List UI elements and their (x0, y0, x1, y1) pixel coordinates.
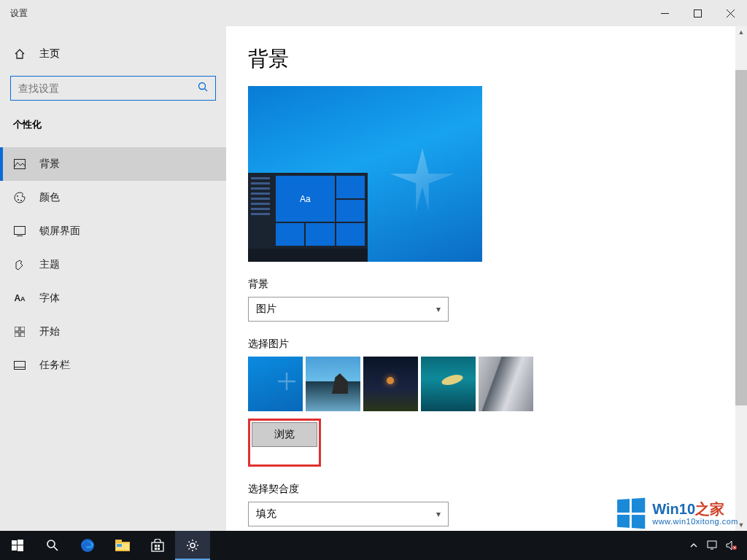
background-type-dropdown[interactable]: 图片 ▾ (248, 297, 449, 322)
choose-picture-label: 选择图片 (248, 338, 718, 351)
preview-start-menu: Aa (248, 173, 368, 249)
picture-thumbnails (248, 357, 718, 411)
svg-point-4 (199, 83, 206, 90)
svg-rect-33 (158, 548, 160, 550)
svg-point-34 (190, 543, 195, 548)
start-icon (13, 327, 26, 337)
svg-point-8 (18, 199, 19, 201)
svg-line-5 (205, 89, 208, 92)
nav-item-colors[interactable]: 颜色 (0, 181, 226, 214)
dropdown-value: 填充 (256, 508, 276, 521)
taskbar-edge-button[interactable] (70, 531, 105, 560)
nav-item-fonts[interactable]: AA 字体 (0, 281, 226, 315)
thumbnail-1[interactable] (248, 357, 303, 411)
chevron-down-icon: ▾ (436, 304, 441, 314)
titlebar: 设置 (0, 0, 747, 26)
fit-dropdown[interactable]: 填充 ▾ (248, 502, 449, 526)
svg-rect-10 (15, 227, 26, 235)
svg-rect-26 (115, 540, 122, 543)
taskbar-icon (13, 361, 26, 370)
taskbar (0, 531, 747, 560)
taskbar-explorer-button[interactable] (105, 531, 140, 560)
nav-item-label: 颜色 (39, 191, 60, 204)
svg-point-22 (47, 540, 55, 548)
picture-icon (13, 159, 26, 169)
scrollbar-thumb[interactable] (735, 70, 747, 405)
svg-rect-15 (20, 332, 25, 337)
svg-point-7 (17, 195, 18, 197)
nav-item-taskbar[interactable]: 任务栏 (0, 349, 226, 382)
scroll-up-icon[interactable]: ▲ (735, 26, 747, 38)
nav-item-lockscreen[interactable]: 锁屏界面 (0, 214, 226, 248)
sidebar: 主页 个性化 背景 颜色 锁屏界面 主题 (0, 26, 226, 531)
tray-network-icon[interactable] (703, 531, 722, 560)
search-icon (198, 82, 208, 95)
svg-rect-32 (155, 548, 157, 550)
page-title: 背景 (248, 45, 718, 73)
home-link[interactable]: 主页 (0, 39, 226, 69)
content-area: 背景 Aa 背景 图片 ▾ 选择图片 (226, 26, 747, 531)
svg-rect-21 (18, 545, 23, 551)
thumbnail-3[interactable] (363, 357, 418, 411)
watermark: Win10之家 www.win10xitong.com (616, 499, 738, 528)
svg-rect-12 (15, 327, 19, 331)
scrollbar[interactable]: ▲ ▼ (735, 26, 747, 531)
search-input-wrap[interactable] (10, 76, 216, 101)
taskbar-search-button[interactable] (35, 531, 70, 560)
svg-point-9 (20, 200, 22, 201)
theme-icon (13, 259, 26, 271)
svg-rect-14 (15, 332, 19, 337)
nav-item-themes[interactable]: 主题 (0, 248, 226, 281)
window-title: 设置 (0, 7, 28, 20)
font-icon: AA (13, 293, 26, 303)
chevron-down-icon: ▾ (436, 509, 441, 519)
nav-item-label: 背景 (39, 158, 60, 171)
tray-chevron-up-icon[interactable] (684, 531, 703, 560)
nav-list: 背景 颜色 锁屏界面 主题 AA 字体 开始 (0, 147, 226, 382)
svg-rect-18 (12, 540, 17, 545)
preview-sample-tile: Aa (276, 176, 335, 222)
nav-item-label: 字体 (39, 292, 60, 305)
preview-taskbar (248, 249, 368, 262)
nav-item-background[interactable]: 背景 (0, 147, 226, 181)
svg-rect-35 (708, 541, 716, 548)
svg-rect-20 (12, 545, 17, 551)
fit-label: 选择契合度 (248, 483, 718, 496)
nav-item-label: 开始 (39, 325, 60, 338)
nav-item-label: 任务栏 (39, 359, 70, 372)
thumbnail-5[interactable] (479, 357, 533, 411)
svg-marker-37 (727, 541, 732, 550)
watermark-title: Win10之家 (652, 501, 738, 517)
nav-item-label: 锁屏界面 (39, 225, 80, 238)
browse-highlight: 浏览 (248, 419, 321, 467)
svg-rect-31 (158, 545, 160, 547)
search-input[interactable] (18, 82, 198, 94)
watermark-url: www.win10xitong.com (652, 517, 738, 526)
lock-screen-icon (13, 226, 26, 236)
nav-item-label: 主题 (39, 258, 60, 271)
palette-icon (13, 192, 26, 203)
svg-rect-1 (694, 9, 702, 17)
taskbar-settings-button[interactable] (175, 531, 210, 560)
svg-rect-13 (20, 327, 25, 331)
svg-rect-28 (117, 544, 122, 547)
svg-rect-30 (155, 545, 157, 547)
maximize-button[interactable] (681, 0, 714, 26)
section-header: 个性化 (0, 111, 226, 137)
start-button[interactable] (0, 531, 35, 560)
home-icon (13, 48, 26, 60)
system-tray (684, 531, 747, 560)
window-controls (649, 0, 747, 26)
background-label: 背景 (248, 278, 718, 291)
thumbnail-4[interactable] (421, 357, 476, 411)
close-button[interactable] (714, 0, 747, 26)
minimize-button[interactable] (649, 0, 681, 26)
thumbnail-2[interactable] (306, 357, 360, 411)
nav-item-start[interactable]: 开始 (0, 315, 226, 349)
tray-volume-icon[interactable] (722, 531, 741, 560)
desktop-preview: Aa (248, 86, 482, 262)
browse-button[interactable]: 浏览 (252, 422, 317, 447)
taskbar-store-button[interactable] (140, 531, 175, 560)
watermark-logo-icon (617, 498, 645, 529)
svg-line-23 (54, 547, 58, 551)
